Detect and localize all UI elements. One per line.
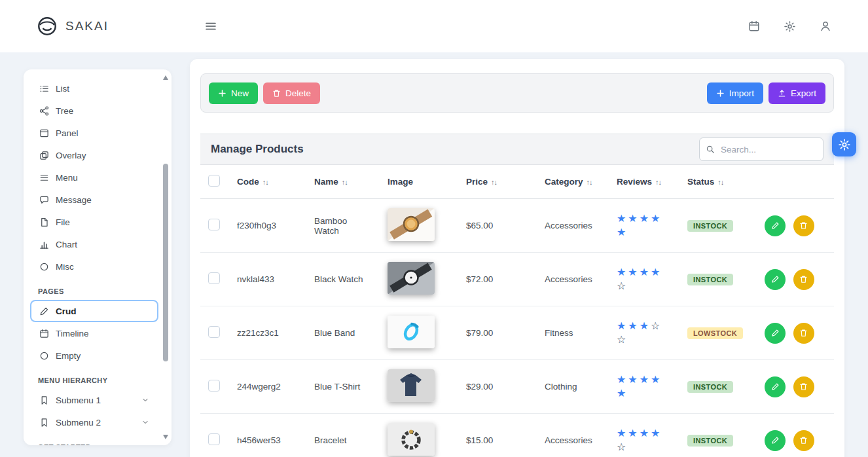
rating-stars[interactable]: ★★★★☆ [617,266,668,293]
edit-row-button[interactable] [765,323,786,344]
column-header-name[interactable]: Name↑↓ [306,165,380,199]
pencil-icon [39,306,49,316]
row-checkbox[interactable] [208,380,220,392]
sidebar-item-chart[interactable]: Chart [30,233,158,255]
export-button[interactable]: Export [769,82,825,104]
settings-button[interactable] [784,20,796,33]
cell-name: Blue Band [306,306,380,360]
sidebar-item-tree[interactable]: Tree [30,100,158,122]
sidebar-section-pages: PAGES [38,285,151,297]
delete-row-button[interactable] [793,376,814,397]
edit-row-button[interactable] [765,215,786,236]
sidebar-item-file[interactable]: File [30,211,158,233]
trash-icon [799,275,808,283]
cell-code: nvklal433 [229,253,306,306]
row-checkbox[interactable] [208,219,220,230]
cell-category: Accessories [537,199,609,253]
chevron-down-icon [141,418,149,426]
rating-stars[interactable]: ★★★★★ [617,212,668,240]
sidebar: List Tree Panel Overlay Menu [24,69,172,445]
export-button-label: Export [791,88,816,98]
sort-icon: ↑↓ [491,178,497,186]
list-icon [39,84,49,94]
products-table: Code↑↓ Name↑↓ Image Price↑↓ Category↑↓ R… [200,165,834,457]
clone-icon [39,151,49,160]
sidebar-item-label: Crud [56,306,77,316]
sidebar-item-list[interactable]: List [30,77,158,100]
new-button[interactable]: New [209,82,258,104]
sidebar-item-submenu-1[interactable]: Submenu 1 [30,389,158,411]
cell-name: Black Watch [306,253,380,306]
config-button[interactable] [832,132,856,156]
sidebar-section-menu-hierarchy: MENU HIERARCHY [38,375,151,386]
sidebar-item-misc[interactable]: Misc [30,255,158,278]
cell-price: $15.00 [458,414,537,457]
select-all-checkbox[interactable] [208,175,220,187]
import-button[interactable]: Import [707,82,763,104]
column-header-price[interactable]: Price↑↓ [458,165,537,199]
sidebar-item-menu[interactable]: Menu [30,166,158,189]
delete-row-button[interactable] [793,269,814,290]
rating-stars[interactable]: ★★★★★ [617,373,668,401]
chart-icon [39,240,49,249]
product-image-blue-band [388,316,435,348]
pencil-icon [771,329,780,337]
topbar-actions [748,20,831,33]
pencil-icon [771,275,780,283]
delete-row-button[interactable] [793,215,814,236]
sidebar-item-crud[interactable]: Crud [30,300,158,322]
sort-icon: ↑↓ [342,178,348,186]
sort-icon: ↑↓ [587,178,592,186]
edit-row-button[interactable] [765,430,786,451]
sidebar-item-message[interactable]: Message [30,189,158,211]
sidebar-scrollbar[interactable] [162,73,170,441]
sidebar-item-label: Chart [56,240,77,249]
sakai-logo [37,16,58,37]
topbar: SAKAI [0,0,868,52]
scroll-up-arrow[interactable] [163,75,168,80]
rating-stars[interactable]: ★★★☆☆ [617,320,668,347]
sidebar-item-timeline[interactable]: Timeline [30,322,158,344]
column-header-code[interactable]: Code↑↓ [229,165,306,199]
calendar-button[interactable] [748,20,760,32]
column-header-category[interactable]: Category↑↓ [537,165,609,199]
delete-row-button[interactable] [793,323,814,344]
sort-icon: ↑↓ [717,178,723,186]
sidebar-item-panel[interactable]: Panel [30,122,158,144]
search-input[interactable] [699,137,823,161]
cell-code: f230fh0g3 [229,199,306,253]
pencil-icon [771,221,780,230]
status-badge: INSTOCK [687,220,733,232]
cell-code: h456wer53 [229,414,306,457]
profile-button[interactable] [820,20,831,32]
sidebar-item-empty[interactable]: Empty [30,344,158,367]
cell-category: Accessories [537,253,609,306]
product-image-bamboo-watch [388,208,435,241]
scroll-thumb[interactable] [163,164,168,361]
scroll-down-arrow[interactable] [163,435,168,439]
product-image-black-watch [388,262,435,295]
table-header-row: Code↑↓ Name↑↓ Image Price↑↓ Category↑↓ R… [200,165,834,199]
row-checkbox[interactable] [208,433,220,445]
delete-button[interactable]: Delete [263,82,320,104]
trash-icon [272,89,281,98]
sort-icon: ↑↓ [655,178,661,186]
sidebar-item-overlay[interactable]: Overlay [30,144,158,166]
gear-icon [784,20,796,33]
delete-row-button[interactable] [793,430,814,451]
column-header-reviews[interactable]: Reviews↑↓ [609,165,679,199]
circle-icon [39,262,49,272]
edit-row-button[interactable] [765,269,786,290]
rating-stars[interactable]: ★★★★☆ [617,427,668,454]
table-row: h456wer53 Bracelet $15.00 Accessories ★★… [200,414,834,457]
menu-toggle-button[interactable] [204,20,217,33]
row-checkbox[interactable] [208,272,220,284]
cell-price: $79.00 [458,306,537,360]
table-row: zz21cz3c1 Blue Band $79.00 Fitness ★★★☆☆… [200,306,834,360]
row-checkbox[interactable] [208,326,220,338]
column-header-status[interactable]: Status↑↓ [679,165,757,199]
person-icon [820,20,831,32]
edit-row-button[interactable] [765,376,786,397]
sidebar-item-submenu-2[interactable]: Submenu 2 [30,411,158,433]
plus-icon [716,89,725,98]
